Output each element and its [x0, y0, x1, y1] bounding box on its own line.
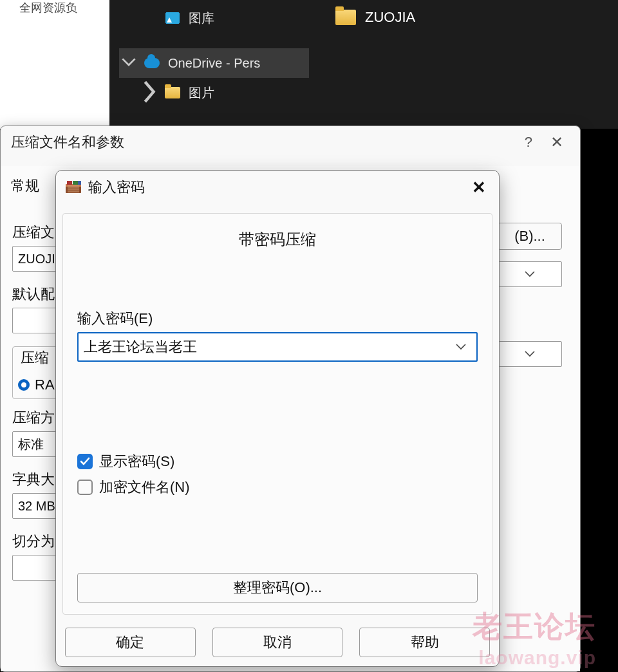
checkbox-show-password[interactable]: 显示密码(S) — [77, 452, 478, 471]
svg-rect-2 — [67, 181, 72, 185]
tree-item-pictures[interactable]: 图库 — [119, 3, 309, 33]
label-default-profile: 默认配 — [12, 285, 61, 304]
explorer-content[interactable]: ZUOJIA — [319, 0, 618, 129]
format-groupbox: 压缩 RA — [12, 346, 61, 399]
explorer-left-partial-text: 全网资源负 — [19, 0, 77, 15]
archive-right-column: (B)... — [498, 223, 562, 665]
password-dialog-titlebar[interactable]: 输入密码 ✕ — [56, 171, 499, 204]
chevron-right-icon[interactable] — [142, 80, 156, 105]
split-combo[interactable] — [12, 555, 61, 581]
default-profile-combo[interactable] — [12, 308, 61, 333]
checkbox-unchecked-icon — [77, 480, 93, 495]
checkbox-show-password-label: 显示密码(S) — [99, 452, 174, 471]
profile-dropdown[interactable] — [498, 341, 562, 367]
label-method: 压缩方 — [12, 408, 61, 427]
archive-dialog-titlebar[interactable]: 压缩文件名和参数 ? ✕ — [1, 126, 580, 158]
explorer-nav-tree: 图库 OneDrive - Pers 图片 — [119, 3, 309, 107]
dict-combo[interactable]: 32 MB — [12, 493, 61, 519]
folder-item-label: ZUOJIA — [365, 9, 415, 26]
label-dict: 字典大 — [12, 470, 61, 489]
checkbox-encrypt-names-label: 加密文件名(N) — [99, 478, 190, 497]
svg-rect-4 — [78, 181, 81, 185]
onedrive-icon — [144, 55, 160, 71]
archive-left-column: 压缩文 ZUOJIA 默认配 压缩 RA 压缩方 标准 字典大 32 MB 切分… — [12, 223, 61, 665]
folder-item-zuojia[interactable]: ZUOJIA — [330, 5, 420, 30]
radio-rar-label: RA — [35, 377, 55, 393]
svg-rect-3 — [73, 181, 78, 185]
close-button[interactable]: ✕ — [468, 178, 490, 198]
label-archive-name: 压缩文 — [12, 223, 61, 242]
folder-icon — [335, 10, 356, 25]
method-combo[interactable]: 标准 — [12, 431, 61, 457]
password-dialog-buttons: 确定 取消 帮助 — [62, 628, 492, 657]
ok-button[interactable]: 确定 — [65, 628, 196, 657]
radio-rar[interactable]: RA — [18, 377, 55, 393]
tree-item-label: OneDrive - Pers — [168, 56, 260, 71]
explorer-left-panel: 全网资源负 — [0, 0, 109, 129]
close-button[interactable]: ✕ — [544, 133, 570, 151]
password-dialog-body: 带密码压缩 输入密码(E) 显示密码(S) 加密文件名(N) 整理密码(O)..… — [62, 213, 492, 615]
chevron-down-icon[interactable] — [122, 58, 136, 69]
archive-dialog-title: 压缩文件名和参数 — [11, 133, 124, 152]
folder-icon — [164, 84, 181, 101]
archive-name-dropdown[interactable] — [498, 261, 562, 287]
checkbox-checked-icon — [77, 454, 93, 469]
help-button[interactable]: 帮助 — [359, 628, 490, 657]
checkbox-encrypt-names[interactable]: 加密文件名(N) — [77, 478, 478, 497]
archive-name-input[interactable]: ZUOJIA — [12, 246, 61, 272]
password-dialog-heading: 带密码压缩 — [77, 229, 478, 250]
label-enter-password: 输入密码(E) — [77, 309, 478, 328]
help-button[interactable]: ? — [513, 134, 544, 151]
pictures-icon — [164, 10, 181, 26]
radio-checked-icon — [18, 379, 30, 391]
explorer-background: 全网资源负 图库 OneDrive - Pers 图片 ZUOJIA — [0, 0, 618, 129]
format-group-label: 压缩 — [18, 348, 52, 368]
password-dialog-title: 输入密码 — [88, 178, 145, 197]
cancel-button[interactable]: 取消 — [212, 628, 343, 657]
winrar-icon — [65, 180, 82, 194]
organize-passwords-button[interactable]: 整理密码(O)... — [77, 573, 478, 602]
password-input[interactable] — [84, 339, 451, 355]
tree-item-label: 图片 — [189, 84, 214, 102]
label-split: 切分为 — [12, 532, 61, 551]
password-dropdown-button[interactable] — [451, 344, 471, 350]
tree-item-onedrive[interactable]: OneDrive - Pers — [119, 48, 309, 78]
browse-button[interactable]: (B)... — [498, 223, 562, 250]
tree-item-sub-pictures[interactable]: 图片 — [119, 78, 309, 107]
password-input-combo[interactable] — [77, 332, 478, 362]
password-dialog: 输入密码 ✕ 带密码压缩 输入密码(E) 显示密码(S) 加密文件名(N) 整理… — [55, 170, 500, 667]
tree-item-label: 图库 — [189, 10, 214, 27]
